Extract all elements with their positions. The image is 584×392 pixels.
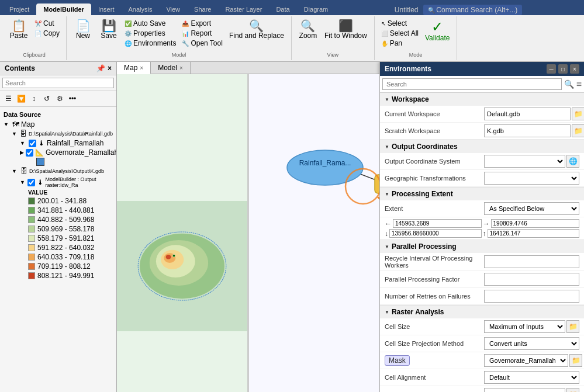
settings-btn[interactable]: ⚙ [54, 93, 65, 105]
cut-button[interactable]: ✂️ Cut [33, 19, 61, 28]
auto-save-button[interactable]: ✅ Auto Save [123, 19, 178, 28]
pin-icon[interactable]: 📌 [96, 64, 105, 72]
output-coord-globe-btn[interactable]: 🌐 [566, 155, 579, 168]
tab-raster-layer[interactable]: Raster Layer [218, 4, 269, 15]
tab-data[interactable]: Data [269, 4, 296, 15]
cell-size-select[interactable]: Maximum of Inputs [484, 320, 565, 333]
validate-button[interactable]: ✓ Validate [423, 19, 452, 43]
snap-raster-folder-btn[interactable]: 📁 [566, 388, 579, 392]
model-tab-close[interactable]: × [179, 65, 183, 71]
map-tab-close[interactable]: × [140, 65, 143, 71]
rainfall-layer-item[interactable]: ▼ 🌡 Rainfall_Ramallah [19, 138, 114, 148]
mask-folder-btn[interactable]: 📁 [569, 354, 582, 367]
output-coord-system-row: Output Coordinate System 🌐 [380, 153, 584, 170]
map-view[interactable] [117, 74, 247, 392]
tab-analysis[interactable]: Analysis [121, 4, 159, 15]
mask-control: Governorate_Ramallah 📁 [484, 354, 582, 367]
coord-bottom-input[interactable] [389, 229, 482, 238]
raster-analysis-header[interactable]: Raster Analysis [380, 306, 584, 318]
export-button[interactable]: 📤 Export [180, 19, 224, 28]
new-button[interactable]: 📄 New [71, 19, 95, 41]
report-button[interactable]: 📊 Report [180, 29, 224, 38]
tab-view[interactable]: View [159, 4, 187, 15]
save-button[interactable]: 💾 Save [97, 19, 120, 41]
tab-project[interactable]: Project [2, 4, 36, 15]
model-tab[interactable]: Model × [151, 62, 191, 74]
governorate-layer-item[interactable]: ▶ 📐 Governorate_Ramallah [19, 148, 114, 157]
parallel-factor-input[interactable] [484, 273, 579, 286]
clipboard-label: Clipboard [23, 51, 46, 58]
svg-point-6 [166, 255, 171, 259]
map-item[interactable]: ▼ 🗺 Map [2, 120, 114, 129]
gov-checkbox[interactable] [26, 149, 33, 157]
select-button[interactable]: ↖ Select [379, 19, 420, 28]
scratch-workspace-folder-btn[interactable]: 📁 [572, 124, 584, 137]
output-raster-item[interactable]: ▼ 🌡 ModelBuilder : Output raster:Idw_Ra [19, 176, 114, 189]
env-close-btn[interactable]: × [570, 64, 579, 74]
geo-transformations-control [484, 172, 579, 185]
open-tool-button[interactable]: 🔧 Open Tool [180, 39, 224, 48]
environments-button[interactable]: 🌐 Environments [123, 39, 178, 48]
processing-extent-header[interactable]: Processing Extent [380, 188, 584, 200]
command-search[interactable]: 🔍 Command Search (Alt+...) [423, 5, 523, 15]
cell-size-proj-select[interactable]: Convert units [484, 337, 579, 350]
rainfall-checkbox[interactable] [29, 140, 36, 147]
contents-search-input[interactable] [2, 78, 114, 88]
refresh-btn[interactable]: ↺ [41, 93, 53, 105]
pan-button[interactable]: ✋ Pan [379, 39, 420, 48]
env-search-input[interactable] [382, 78, 562, 90]
env-minimize-btn[interactable]: ─ [547, 64, 556, 74]
output-expand[interactable]: ▼ [12, 168, 19, 174]
env-maximize-btn[interactable]: □ [558, 64, 568, 74]
fit-window-button[interactable]: ⬛ Fit to Window [322, 19, 369, 41]
tab-modelbuilder[interactable]: ModelBuilder [36, 4, 91, 15]
snap-raster-select[interactable] [484, 388, 565, 392]
paste-button[interactable]: 📋 Paste [7, 19, 30, 41]
cell-size-folder-btn[interactable]: 📁 [566, 320, 579, 333]
retries-input[interactable] [484, 290, 579, 303]
output-raster-checkbox[interactable] [27, 179, 35, 186]
workspace-section-header[interactable]: Workspace [380, 93, 584, 106]
output-coord-system-select[interactable] [484, 155, 565, 168]
zoom-button[interactable]: 🔍 Zoom [296, 19, 320, 41]
tab-share[interactable]: Share [187, 4, 218, 15]
spatial-expand[interactable]: ▼ [12, 131, 18, 137]
close-panel-icon[interactable]: × [108, 64, 112, 72]
coord-right-input[interactable] [491, 219, 580, 228]
parallel-processing-header[interactable]: Parallel Processing [380, 240, 584, 253]
gov-expand[interactable]: ▶ [20, 150, 24, 155]
scratch-workspace-input[interactable] [484, 124, 571, 137]
coord-left-input[interactable] [393, 219, 482, 228]
tab-bar: Map × Model × [117, 62, 379, 74]
rainfall-expand[interactable]: ▼ [20, 140, 27, 146]
spatial-path-item[interactable]: ▼ 🗄 D:\SpatialAnalysis\Data\Rainfall.gdb [11, 129, 114, 138]
filter-btn[interactable]: 🔽 [15, 93, 27, 105]
model-view[interactable]: Rainfall_Rama... IDW Output raster [249, 74, 379, 392]
current-workspace-input[interactable] [484, 107, 571, 120]
more-btn[interactable]: ••• [67, 93, 78, 105]
current-workspace-folder-btn[interactable]: 📁 [572, 107, 584, 120]
env-menu-icon[interactable]: ≡ [576, 79, 582, 89]
extent-select[interactable]: As Specified Below [484, 202, 579, 215]
output-coordinates-header[interactable]: Output Coordinates [380, 140, 584, 153]
mask-select[interactable]: Governorate_Ramallah [484, 354, 568, 367]
coord-top-input[interactable] [488, 229, 580, 238]
recycle-interval-input[interactable] [484, 255, 579, 268]
find-replace-button[interactable]: 🔍 Find and Replace [227, 19, 286, 41]
geo-transformations-select[interactable] [484, 172, 579, 185]
list-view-btn[interactable]: ☰ [2, 93, 14, 105]
output-raster-expand[interactable]: ▼ [20, 179, 26, 185]
cell-alignment-select[interactable]: Default [484, 371, 579, 384]
output-coord-system-label: Output Coordinate System [385, 158, 484, 165]
tab-insert[interactable]: Insert [91, 4, 122, 15]
copy-button[interactable]: 📄 Copy [33, 29, 61, 38]
output-db-icon: 🗄 [20, 167, 27, 175]
sort-btn[interactable]: ↕ [28, 93, 40, 105]
map-tab[interactable]: Map × [117, 62, 151, 74]
properties-button[interactable]: ⚙️ Properties [123, 29, 178, 38]
output-path-item[interactable]: ▼ 🗄 D:\SpatialAnalysis\Output\K.gdb [11, 166, 114, 176]
legend-range-5: 591.822 - 640.032 [37, 244, 94, 252]
select-all-button[interactable]: ⬜ Select All [379, 29, 420, 38]
tab-diagram[interactable]: Diagram [297, 4, 336, 15]
map-expand[interactable]: ▼ [4, 122, 11, 127]
